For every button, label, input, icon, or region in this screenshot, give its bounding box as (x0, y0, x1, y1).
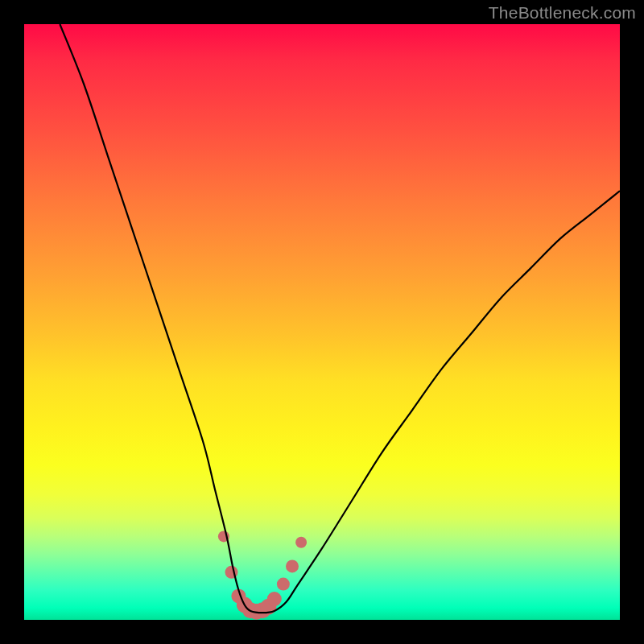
marker-dot (295, 537, 307, 548)
watermark-text: TheBottleneck.com (489, 3, 636, 23)
chart-svg (24, 24, 620, 620)
bottleneck-curve (60, 24, 620, 613)
plot-area (24, 24, 620, 620)
marker-dot (267, 592, 282, 606)
marker-dot (277, 578, 290, 591)
marker-group (218, 530, 307, 619)
marker-dot (286, 559, 299, 572)
outer-frame: TheBottleneck.com (0, 0, 644, 644)
